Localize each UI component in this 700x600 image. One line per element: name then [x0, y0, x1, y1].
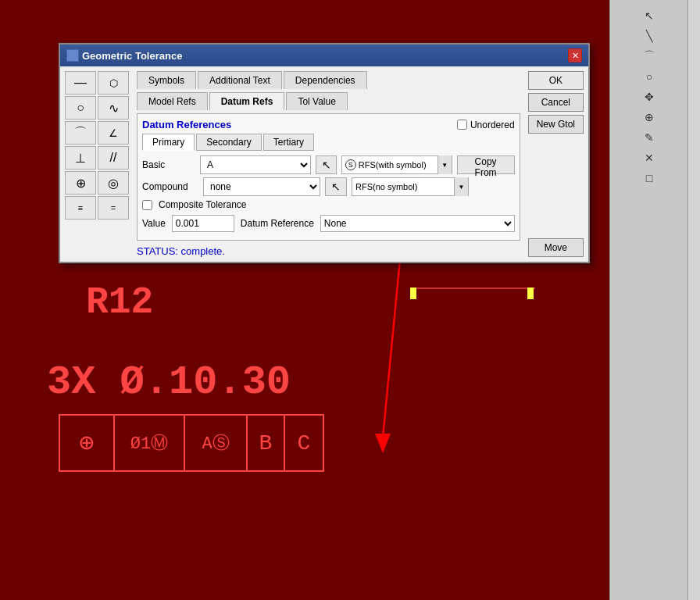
value-row: Value Datum Reference None A B C [142, 215, 515, 232]
tick-left [410, 288, 416, 299]
composite-checkbox[interactable] [142, 200, 152, 210]
compound-pointer-btn[interactable]: ↖ [325, 177, 347, 196]
copy-from-button[interactable]: Copy From [457, 155, 515, 174]
basic-label: Basic [142, 159, 195, 170]
right-sidebar: ↖ ╲ ⌒ ○ ✥ ⊕ ✎ ✕ □ [609, 0, 700, 600]
sym-btn-flat[interactable]: — [65, 71, 96, 95]
datum-refs-title: Datum References [142, 119, 231, 130]
sym-btn-sym[interactable]: ≡ [65, 196, 96, 220]
sidebar-tools[interactable]: ↖ ╲ ⌒ ○ ✥ ⊕ ✎ ✕ □ [610, 0, 688, 600]
tool-delete[interactable]: ✕ [640, 148, 659, 167]
unordered-checkbox-row: Unordered [457, 120, 515, 130]
value-label: Value [142, 218, 166, 229]
tab-row-1: Symbols Additional Text Dependencies [137, 71, 520, 89]
frame-cell-gdt: ⊕ [60, 416, 115, 470]
tool-pan[interactable]: ✥ [640, 88, 659, 106]
cancel-button[interactable]: Cancel [528, 93, 584, 112]
unordered-checkbox[interactable] [457, 120, 467, 130]
composite-tolerance-row: Composite Tolerance [142, 199, 515, 210]
tool-circle[interactable]: ○ [640, 67, 659, 86]
tick-right [527, 288, 534, 299]
datum-ref-label: Datum Reference [241, 218, 314, 229]
sym-btn-circle[interactable]: ○ [65, 96, 96, 120]
3x-dimension: 3X Ø.10.30 [47, 359, 291, 405]
rfs-no-symbol-arrow[interactable]: ▼ [454, 177, 468, 196]
rfs-no-symbol-dropdown[interactable]: RFS(no symbol) ▼ [352, 177, 469, 196]
r12-dimension: R12 [86, 281, 153, 323]
sym-btn-parallelogram[interactable]: ⬡ [98, 71, 129, 95]
right-scrollbar[interactable] [688, 0, 700, 600]
tab-symbols[interactable]: Symbols [137, 71, 196, 89]
value-input[interactable] [172, 215, 234, 232]
tool-arc[interactable]: ⌒ [640, 47, 659, 66]
compound-select[interactable]: none A B C [203, 177, 320, 196]
sub-tab-primary[interactable]: Primary [142, 134, 195, 151]
tool-line[interactable]: ╲ [640, 27, 659, 45]
ok-button[interactable]: OK [528, 71, 584, 90]
rfs-with-symbol-text: S RFS(with symbol) [342, 159, 438, 170]
sym-btn-concentric[interactable]: ◎ [98, 171, 129, 195]
compound-label: Compound [142, 181, 198, 192]
sub-tab-tertiary[interactable]: Tertiary [263, 134, 314, 151]
rfs-no-symbol-text: RFS(no symbol) [352, 182, 454, 191]
tab-tol-value[interactable]: Tol Value [286, 92, 347, 110]
sub-tab-secondary[interactable]: Secondary [196, 134, 261, 151]
basic-pointer-btn[interactable]: ↖ [316, 155, 337, 174]
dialog-titlebar: Geometric Tolerance ✕ [60, 45, 588, 66]
move-button[interactable]: Move [528, 238, 584, 257]
basic-select[interactable]: A B C none [200, 155, 311, 174]
datum-ref-select[interactable]: None A B C [320, 215, 515, 232]
rfs-with-symbol-dropdown[interactable]: S RFS(with symbol) ▼ [341, 155, 452, 174]
frame-cell-datum-b: B [248, 416, 285, 470]
tool-select[interactable]: ↖ [640, 6, 659, 25]
frame-cell-tol: Ø1Ⓜ [115, 416, 185, 470]
sym-btn-parallel[interactable]: // [98, 146, 129, 170]
frame-cell-datum-c: C [285, 416, 323, 470]
tool-zoom[interactable]: ⊕ [640, 108, 659, 127]
sub-tab-row: Primary Secondary Tertiary [142, 134, 515, 151]
sym-btn-arc[interactable]: ⌒ [65, 121, 96, 145]
composite-label: Composite Tolerance [159, 199, 247, 210]
datum-refs-header: Datum References Unordered [142, 119, 515, 130]
tab-additional-text[interactable]: Additional Text [198, 71, 282, 89]
tab-model-refs[interactable]: Model Refs [137, 92, 208, 110]
dialog-app-icon [66, 49, 79, 62]
tool-edit[interactable]: ✎ [640, 128, 659, 147]
close-button[interactable]: ✕ [568, 48, 582, 62]
tool-view[interactable]: □ [640, 169, 659, 188]
tab-dependencies[interactable]: Dependencies [284, 71, 367, 89]
svg-marker-2 [375, 434, 391, 453]
rfs-circle-s: S [345, 159, 356, 170]
geometric-tolerance-dialog: Geometric Tolerance ✕ — ⬡ ○ ∿ ⌒ ∠ ⊥ // [59, 43, 590, 263]
status-bar: STATUS: complete. [137, 245, 520, 257]
tab-row-2: Model Refs Datum Refs Tol Value [137, 92, 520, 110]
sym-btn-angle[interactable]: ∠ [98, 121, 129, 145]
dim-line-1 [410, 288, 535, 289]
rfs-dropdown-arrow[interactable]: ▼ [438, 155, 452, 174]
unordered-label: Unordered [470, 120, 515, 130]
dialog-title: Geometric Tolerance [82, 50, 182, 62]
sym-btn-wave[interactable]: ∿ [98, 96, 129, 120]
feature-control-frame: ⊕ Ø1Ⓜ AⓈ B C [59, 414, 324, 472]
new-gtol-button[interactable]: New Gtol [528, 115, 584, 134]
frame-cell-datum-a: AⓈ [185, 416, 248, 470]
sym-btn-perp[interactable]: ⊥ [65, 146, 96, 170]
sym-btn-crosshair[interactable]: ⊕ [65, 171, 96, 195]
tab-datum-refs[interactable]: Datum Refs [209, 92, 285, 110]
sym-btn-runout[interactable]: = [98, 196, 129, 220]
